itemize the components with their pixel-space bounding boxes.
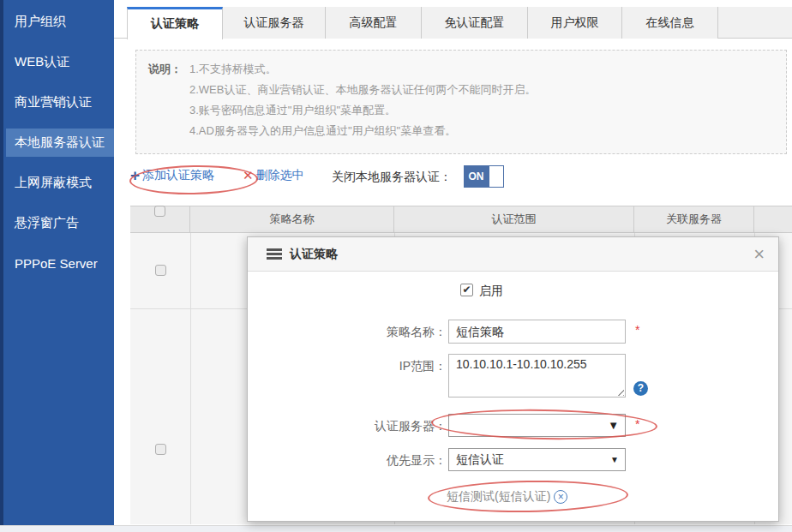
plus-icon: + xyxy=(130,168,140,183)
tab-advanced-config[interactable]: 高级配置 xyxy=(326,7,422,39)
notice-line: 2.WEB认证、商业营销认证、本地服务器认证任何两个不能同时开启。 xyxy=(189,80,536,100)
delete-x-icon: ✕ xyxy=(243,168,254,183)
notice-lines: 1.不支持桥模式。 2.WEB认证、商业营销认证、本地服务器认证任何两个不能同时… xyxy=(189,59,536,145)
toolbar: + 添加认证策略 ✕ 删除选中 关闭本地服务器认证： ON xyxy=(129,164,789,188)
selected-server-tag: 短信测试(短信认证) × xyxy=(447,489,567,505)
toggle-on-state: ON xyxy=(464,165,489,188)
tab-bar: 认证策略 认证服务器 高级配置 免认证配置 用户权限 在线信息 xyxy=(114,7,792,39)
chevron-down-icon: ▼ xyxy=(610,449,619,471)
tab-authfree-config[interactable]: 免认证配置 xyxy=(422,7,528,39)
tab-auth-server[interactable]: 认证服务器 xyxy=(223,7,326,39)
sidebar-item-user-org[interactable]: 用户组织 xyxy=(3,2,114,42)
dialog-title: 认证策略 xyxy=(290,247,753,262)
remove-tag-icon[interactable]: × xyxy=(554,490,567,504)
sidebar-item-web-auth[interactable]: WEB认证 xyxy=(3,42,114,82)
column-divider xyxy=(190,233,191,524)
tab-bar-filler xyxy=(718,7,792,38)
sidebar-item-pppoe-server[interactable]: PPPoE Server xyxy=(3,243,114,284)
notice-label: 说明： xyxy=(148,59,189,145)
add-policy-button[interactable]: + 添加认证策略 xyxy=(130,168,214,183)
tab-user-rights[interactable]: 用户权限 xyxy=(528,7,622,39)
sidebar-item-block-mode[interactable]: 上网屏蔽模式 xyxy=(3,163,114,203)
add-policy-label: 添加认证策略 xyxy=(142,168,214,183)
ip-range-label: IP范围： xyxy=(333,359,447,374)
enable-checkbox[interactable] xyxy=(460,284,473,296)
priority-display-value: 短信认证 xyxy=(456,452,504,466)
auth-server-label: 认证服务器： xyxy=(333,419,447,434)
select-all-checkbox[interactable] xyxy=(154,206,165,217)
sidebar-item-local-server-auth[interactable]: 本地服务器认证 xyxy=(6,129,114,157)
close-icon[interactable]: × xyxy=(753,246,765,263)
column-header-auth-range: 认证范围 xyxy=(394,206,634,233)
priority-display-label: 优先显示： xyxy=(333,453,447,469)
toggle-knob xyxy=(489,165,504,188)
notice-line: 4.AD服务器导入的用户信息通过"用户组织"菜单查看。 xyxy=(189,121,536,141)
row-checkbox[interactable] xyxy=(155,444,166,455)
local-auth-toggle[interactable]: ON xyxy=(464,165,504,188)
ip-range-value: 10.10.10.1-10.10.10.255 xyxy=(456,357,587,371)
delete-selected-label: 删除选中 xyxy=(256,168,304,183)
column-header-policy-name: 策略名称 xyxy=(190,206,394,233)
selected-server-tag-label: 短信测试(短信认证) xyxy=(447,489,550,505)
footer-strip xyxy=(0,525,792,532)
column-header-empty xyxy=(754,206,792,233)
auth-server-select[interactable]: ▼ xyxy=(448,414,626,437)
help-icon[interactable]: ? xyxy=(633,381,648,396)
sidebar-item-marketing-auth[interactable]: 商业营销认证 xyxy=(3,82,114,123)
tab-online-info[interactable]: 在线信息 xyxy=(622,7,718,39)
policy-name-input[interactable]: 短信策略 xyxy=(448,320,626,344)
column-header-linked-server: 关联服务器 xyxy=(634,206,754,233)
chevron-down-icon: ▼ xyxy=(608,415,619,437)
local-auth-toggle-label: 关闭本地服务器认证： xyxy=(332,170,452,185)
notice-line: 1.不支持桥模式。 xyxy=(189,59,536,80)
notice-line: 3.账号密码信息通过"用户组织"菜单配置。 xyxy=(189,100,536,121)
dialog-header[interactable]: 认证策略 × xyxy=(248,237,778,272)
delete-selected-button[interactable]: ✕ 删除选中 xyxy=(243,168,304,183)
resize-handle[interactable] xyxy=(615,387,624,396)
notice-box: 说明： 1.不支持桥模式。 2.WEB认证、商业营销认证、本地服务器认证任何两个… xyxy=(135,50,787,154)
ip-range-textarea[interactable]: 10.10.10.1-10.10.10.255 xyxy=(448,354,626,398)
auth-policy-dialog: 认证策略 × 启用 策略名称： 短信策略 * IP范围： 10.10.10.1-… xyxy=(247,236,779,522)
sidebar: 用户组织 WEB认证 商业营销认证 本地服务器认证 上网屏蔽模式 悬浮窗广告 P… xyxy=(0,0,114,525)
priority-display-select[interactable]: 短信认证 ▼ xyxy=(448,448,626,471)
select-all-cell xyxy=(130,206,190,233)
required-asterisk: * xyxy=(635,323,639,337)
tab-auth-policy[interactable]: 认证策略 xyxy=(127,7,223,39)
table-header-row: 策略名称 认证范围 关联服务器 xyxy=(130,206,792,233)
hamburger-icon xyxy=(267,247,282,261)
required-asterisk: * xyxy=(635,417,639,431)
row-checkbox[interactable] xyxy=(155,265,166,276)
sidebar-item-float-ad[interactable]: 悬浮窗广告 xyxy=(3,203,114,243)
policy-name-label: 策略名称： xyxy=(333,325,447,340)
enable-label: 启用 xyxy=(479,284,503,299)
